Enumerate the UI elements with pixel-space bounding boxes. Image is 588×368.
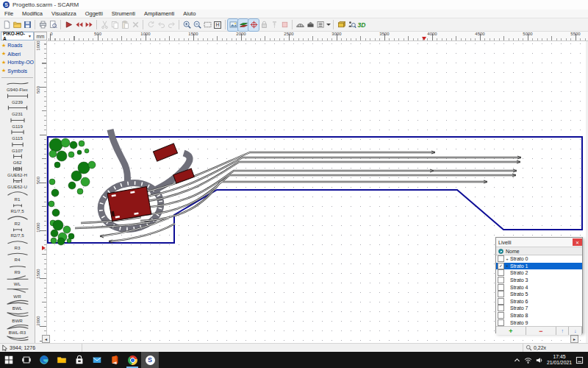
- parts-list-dropdown-icon[interactable]: [326, 24, 331, 26]
- remove-layer-button[interactable]: −: [526, 327, 556, 335]
- move-layer-down-button[interactable]: ↓: [569, 327, 582, 335]
- track-item[interactable]: G940-Flex: [0, 80, 35, 93]
- run-train-button[interactable]: [63, 19, 74, 31]
- track-item[interactable]: BWR-R3: [0, 336, 35, 344]
- menu-aiuto[interactable]: Aiuto: [179, 10, 200, 17]
- layer-checkbox[interactable]: [498, 255, 504, 262]
- menu-ampliamenti[interactable]: Ampliamenti: [140, 10, 179, 17]
- view-3d-button[interactable]: 3D: [356, 19, 367, 31]
- measure-button[interactable]: [248, 19, 259, 31]
- taskbar-clock[interactable]: 17:45 21/01/2021: [547, 354, 572, 366]
- track-library-select[interactable]: PIKO-HO-A ▼: [1, 32, 34, 40]
- tree-group[interactable]: [49, 138, 96, 245]
- zoom-out-button[interactable]: [192, 19, 202, 31]
- layer-checkbox[interactable]: [498, 305, 504, 311]
- inspect-button[interactable]: [346, 19, 356, 31]
- speaker-icon[interactable]: [536, 357, 543, 364]
- background-image-button[interactable]: [228, 19, 238, 31]
- open-file-button[interactable]: [12, 19, 22, 31]
- layer-row[interactable]: Strato 6: [496, 298, 582, 305]
- scarm-taskbar-icon[interactable]: S: [141, 352, 159, 368]
- layer-checkbox[interactable]: [498, 269, 504, 276]
- undo-button[interactable]: [156, 19, 166, 31]
- start-button[interactable]: [0, 352, 18, 368]
- close-icon[interactable]: ✕: [573, 238, 582, 246]
- layers-panel-titlebar[interactable]: Livelli ✕: [496, 238, 582, 247]
- office-taskbar-icon[interactable]: [106, 352, 123, 368]
- layer-checkbox[interactable]: [498, 312, 504, 319]
- menu-file[interactable]: File: [0, 10, 18, 17]
- copy-button[interactable]: [110, 19, 120, 31]
- layer-checkbox[interactable]: ✓: [498, 263, 504, 269]
- model-box-button[interactable]: [336, 19, 346, 31]
- layer-checkbox[interactable]: [498, 284, 504, 291]
- track-item[interactable]: G62: [0, 153, 35, 166]
- delete-button[interactable]: [130, 19, 140, 31]
- track-item[interactable]: R1/7,5: [0, 202, 35, 214]
- parts-list-button[interactable]: [315, 19, 326, 31]
- action-center-icon[interactable]: [576, 356, 584, 364]
- pin-button[interactable]: [269, 19, 279, 31]
- layers-button[interactable]: [238, 19, 248, 31]
- wifi-icon[interactable]: [524, 357, 532, 364]
- paste-button[interactable]: [120, 19, 130, 31]
- track-item[interactable]: R3: [0, 238, 35, 251]
- track-item[interactable]: WR: [0, 287, 35, 300]
- redo-button[interactable]: [166, 19, 176, 31]
- cut-button[interactable]: [99, 19, 110, 31]
- task-view-button[interactable]: [18, 352, 35, 368]
- track-item[interactable]: GUE62-H: [0, 166, 35, 178]
- mail-taskbar-icon[interactable]: [88, 352, 106, 368]
- menu-visualizza[interactable]: Visualizza: [47, 10, 81, 17]
- track-item[interactable]: R9: [0, 263, 35, 275]
- layer-checkbox[interactable]: [498, 319, 504, 326]
- layer-row[interactable]: Strato 2: [496, 269, 582, 277]
- track-item[interactable]: R2: [0, 214, 35, 227]
- layer-row[interactable]: Strato 3: [496, 277, 582, 284]
- tray-chevron-icon[interactable]: [514, 358, 520, 363]
- zoom-in-button[interactable]: [182, 19, 192, 31]
- prev-piece-button[interactable]: [74, 19, 84, 31]
- next-piece-button[interactable]: [84, 19, 94, 31]
- scroll-left-button[interactable]: ◄: [42, 335, 50, 343]
- structures-button[interactable]: [305, 19, 315, 31]
- track-item[interactable]: G231: [0, 105, 35, 117]
- layer-row[interactable]: Strato 5: [496, 291, 582, 298]
- track-item[interactable]: R1: [0, 190, 35, 202]
- store-taskbar-icon[interactable]: [71, 352, 88, 368]
- edge-taskbar-icon[interactable]: [35, 352, 53, 368]
- track-item[interactable]: BWL: [0, 299, 35, 311]
- new-file-button[interactable]: [1, 19, 12, 31]
- track-item[interactable]: G107: [0, 141, 35, 154]
- track-item[interactable]: G239: [0, 93, 35, 105]
- layer-row[interactable]: Strato 7: [496, 305, 582, 312]
- track-item[interactable]: R4: [0, 250, 35, 263]
- print-button[interactable]: [37, 19, 48, 31]
- stop-button[interactable]: [279, 19, 290, 31]
- small-building[interactable]: [153, 144, 177, 161]
- layer-checkbox[interactable]: [498, 291, 504, 297]
- layer-checkbox[interactable]: [498, 298, 504, 305]
- menu-strumenti[interactable]: Strumenti: [107, 10, 140, 17]
- track-item[interactable]: G119: [0, 117, 35, 130]
- zoom-fit-button[interactable]: H: [212, 19, 223, 31]
- bridge-tool-button[interactable]: [295, 19, 305, 31]
- library-category-alberi[interactable]: ★Alberi: [0, 50, 35, 59]
- track-item[interactable]: GUE62-U: [0, 177, 35, 190]
- layer-row[interactable]: Strato 9: [496, 319, 582, 326]
- rotate-button[interactable]: [146, 19, 156, 31]
- menu-modifica[interactable]: Modifica: [18, 10, 47, 17]
- library-category-roads[interactable]: ★Roads: [0, 41, 35, 50]
- save-button[interactable]: [22, 19, 32, 31]
- track-item[interactable]: G115: [0, 129, 35, 141]
- track-item[interactable]: BWR: [0, 311, 35, 324]
- library-category-symbols[interactable]: ★Symbols: [0, 67, 35, 76]
- layer-row[interactable]: Strato 4: [496, 283, 582, 291]
- add-layer-button[interactable]: +: [496, 327, 526, 335]
- layer-row[interactable]: +Strato 0: [496, 255, 582, 263]
- move-layer-up-button[interactable]: ↑: [556, 327, 570, 335]
- lock-button[interactable]: [259, 19, 269, 31]
- menu-oggetti[interactable]: Oggetti: [81, 10, 107, 17]
- layer-row[interactable]: Strato 8: [496, 312, 582, 319]
- track-item[interactable]: R2/7,5: [0, 226, 35, 238]
